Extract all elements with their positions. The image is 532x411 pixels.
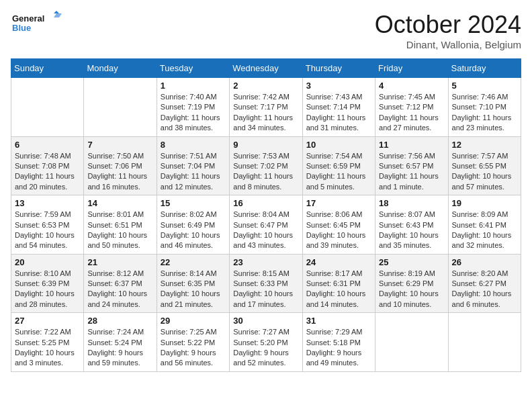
calendar-cell	[11, 78, 84, 137]
day-info: Sunrise: 7:40 AMSunset: 7:19 PMDaylight:…	[161, 92, 226, 134]
calendar-week-1: 1Sunrise: 7:40 AMSunset: 7:19 PMDaylight…	[11, 78, 521, 137]
calendar-cell: 31Sunrise: 7:29 AMSunset: 5:18 PMDayligh…	[302, 313, 375, 372]
calendar-cell: 3Sunrise: 7:43 AMSunset: 7:14 PMDaylight…	[302, 78, 375, 137]
day-info: Sunrise: 7:29 AMSunset: 5:18 PMDaylight:…	[306, 327, 371, 369]
day-number: 7	[87, 140, 152, 150]
col-tuesday: Tuesday	[157, 59, 229, 78]
calendar-cell: 21Sunrise: 8:12 AMSunset: 6:37 PMDayligh…	[84, 254, 157, 313]
calendar-cell: 15Sunrise: 8:02 AMSunset: 6:49 PMDayligh…	[157, 195, 229, 255]
logo-svg: General Blue	[11, 11, 64, 41]
day-number: 17	[306, 198, 371, 208]
calendar-cell: 2Sunrise: 7:42 AMSunset: 7:17 PMDaylight…	[230, 78, 302, 137]
svg-text:Blue: Blue	[12, 23, 31, 33]
day-info: Sunrise: 7:22 AMSunset: 5:25 PMDaylight:…	[15, 327, 80, 369]
day-info: Sunrise: 8:17 AMSunset: 6:31 PMDaylight:…	[306, 269, 371, 310]
calendar-cell: 12Sunrise: 7:57 AMSunset: 6:55 PMDayligh…	[448, 136, 521, 195]
day-info: Sunrise: 7:24 AMSunset: 5:24 PMDaylight:…	[87, 327, 152, 369]
day-number: 21	[87, 257, 152, 267]
day-info: Sunrise: 8:04 AMSunset: 6:47 PMDaylight:…	[233, 210, 298, 251]
day-info: Sunrise: 8:07 AMSunset: 6:43 PMDaylight:…	[379, 210, 444, 251]
day-number: 1	[161, 81, 226, 91]
col-wednesday: Wednesday	[230, 59, 302, 78]
calendar-cell: 16Sunrise: 8:04 AMSunset: 6:47 PMDayligh…	[230, 195, 302, 255]
calendar-cell: 18Sunrise: 8:07 AMSunset: 6:43 PMDayligh…	[375, 195, 448, 255]
calendar-cell: 6Sunrise: 7:48 AMSunset: 7:08 PMDaylight…	[11, 136, 84, 195]
day-number: 14	[87, 198, 152, 208]
calendar-week-3: 13Sunrise: 7:59 AMSunset: 6:53 PMDayligh…	[11, 195, 521, 255]
day-info: Sunrise: 7:59 AMSunset: 6:53 PMDaylight:…	[15, 210, 80, 251]
day-number: 5	[452, 81, 517, 91]
calendar-cell: 4Sunrise: 7:45 AMSunset: 7:12 PMDaylight…	[375, 78, 448, 137]
day-number: 9	[233, 140, 298, 150]
day-info: Sunrise: 8:06 AMSunset: 6:45 PMDaylight:…	[306, 210, 371, 251]
calendar-cell: 1Sunrise: 7:40 AMSunset: 7:19 PMDaylight…	[157, 78, 229, 137]
calendar-cell: 20Sunrise: 8:10 AMSunset: 6:39 PMDayligh…	[11, 254, 84, 313]
calendar-cell: 25Sunrise: 8:19 AMSunset: 6:29 PMDayligh…	[375, 254, 448, 313]
header: General Blue October 2024 Dinant, Wallon…	[11, 11, 521, 50]
day-number: 27	[15, 316, 80, 326]
calendar-cell: 29Sunrise: 7:25 AMSunset: 5:22 PMDayligh…	[157, 313, 229, 372]
day-info: Sunrise: 7:54 AMSunset: 6:59 PMDaylight:…	[306, 151, 371, 193]
day-number: 28	[87, 316, 152, 326]
day-info: Sunrise: 7:25 AMSunset: 5:22 PMDaylight:…	[161, 327, 226, 369]
day-info: Sunrise: 7:42 AMSunset: 7:17 PMDaylight:…	[233, 92, 298, 134]
day-number: 29	[161, 316, 226, 326]
day-info: Sunrise: 8:01 AMSunset: 6:51 PMDaylight:…	[87, 210, 152, 251]
day-info: Sunrise: 7:43 AMSunset: 7:14 PMDaylight:…	[306, 92, 371, 134]
calendar-cell: 7Sunrise: 7:50 AMSunset: 7:06 PMDaylight…	[84, 136, 157, 195]
day-info: Sunrise: 8:19 AMSunset: 6:29 PMDaylight:…	[379, 269, 444, 310]
day-info: Sunrise: 7:45 AMSunset: 7:12 PMDaylight:…	[379, 92, 444, 134]
day-number: 11	[379, 140, 444, 150]
day-number: 30	[233, 316, 298, 326]
calendar-cell: 11Sunrise: 7:56 AMSunset: 6:57 PMDayligh…	[375, 136, 448, 195]
calendar-cell: 19Sunrise: 8:09 AMSunset: 6:41 PMDayligh…	[448, 195, 521, 255]
day-number: 13	[15, 198, 80, 208]
day-number: 10	[306, 140, 371, 150]
calendar-cell: 24Sunrise: 8:17 AMSunset: 6:31 PMDayligh…	[302, 254, 375, 313]
svg-text:General: General	[12, 13, 44, 24]
calendar-cell: 10Sunrise: 7:54 AMSunset: 6:59 PMDayligh…	[302, 136, 375, 195]
day-info: Sunrise: 8:20 AMSunset: 6:27 PMDaylight:…	[452, 269, 517, 310]
calendar-week-5: 27Sunrise: 7:22 AMSunset: 5:25 PMDayligh…	[11, 313, 521, 372]
col-friday: Friday	[375, 59, 448, 78]
day-info: Sunrise: 7:56 AMSunset: 6:57 PMDaylight:…	[379, 151, 444, 193]
calendar-cell: 22Sunrise: 8:14 AMSunset: 6:35 PMDayligh…	[157, 254, 229, 313]
calendar-week-2: 6Sunrise: 7:48 AMSunset: 7:08 PMDaylight…	[11, 136, 521, 195]
day-info: Sunrise: 8:14 AMSunset: 6:35 PMDaylight:…	[161, 269, 226, 310]
day-number: 26	[452, 257, 517, 267]
calendar-cell: 28Sunrise: 7:24 AMSunset: 5:24 PMDayligh…	[84, 313, 157, 372]
day-number: 24	[306, 257, 371, 267]
logo: General Blue	[11, 11, 64, 41]
calendar: Sunday Monday Tuesday Wednesday Thursday…	[11, 58, 521, 372]
calendar-cell: 13Sunrise: 7:59 AMSunset: 6:53 PMDayligh…	[11, 195, 84, 255]
calendar-cell: 30Sunrise: 7:27 AMSunset: 5:20 PMDayligh…	[230, 313, 302, 372]
calendar-cell	[448, 313, 521, 372]
day-info: Sunrise: 7:57 AMSunset: 6:55 PMDaylight:…	[452, 151, 517, 193]
col-thursday: Thursday	[302, 59, 375, 78]
day-info: Sunrise: 8:12 AMSunset: 6:37 PMDaylight:…	[87, 269, 152, 310]
day-number: 15	[161, 198, 226, 208]
day-info: Sunrise: 7:51 AMSunset: 7:04 PMDaylight:…	[161, 151, 226, 193]
day-info: Sunrise: 8:09 AMSunset: 6:41 PMDaylight:…	[452, 210, 517, 251]
day-info: Sunrise: 7:53 AMSunset: 7:02 PMDaylight:…	[233, 151, 298, 193]
day-number: 16	[233, 198, 298, 208]
day-number: 25	[379, 257, 444, 267]
day-info: Sunrise: 8:15 AMSunset: 6:33 PMDaylight:…	[233, 269, 298, 310]
day-info: Sunrise: 7:50 AMSunset: 7:06 PMDaylight:…	[87, 151, 152, 193]
calendar-week-4: 20Sunrise: 8:10 AMSunset: 6:39 PMDayligh…	[11, 254, 521, 313]
day-number: 6	[15, 140, 80, 150]
col-monday: Monday	[84, 59, 157, 78]
day-info: Sunrise: 8:02 AMSunset: 6:49 PMDaylight:…	[161, 210, 226, 251]
day-number: 4	[379, 81, 444, 91]
day-number: 31	[306, 316, 371, 326]
calendar-cell: 26Sunrise: 8:20 AMSunset: 6:27 PMDayligh…	[448, 254, 521, 313]
col-saturday: Saturday	[448, 59, 521, 78]
day-info: Sunrise: 7:46 AMSunset: 7:10 PMDaylight:…	[452, 92, 517, 134]
day-number: 18	[379, 198, 444, 208]
calendar-cell: 27Sunrise: 7:22 AMSunset: 5:25 PMDayligh…	[11, 313, 84, 372]
day-number: 8	[161, 140, 226, 150]
day-number: 22	[161, 257, 226, 267]
calendar-cell	[375, 313, 448, 372]
calendar-cell: 8Sunrise: 7:51 AMSunset: 7:04 PMDaylight…	[157, 136, 229, 195]
calendar-cell: 9Sunrise: 7:53 AMSunset: 7:02 PMDaylight…	[230, 136, 302, 195]
